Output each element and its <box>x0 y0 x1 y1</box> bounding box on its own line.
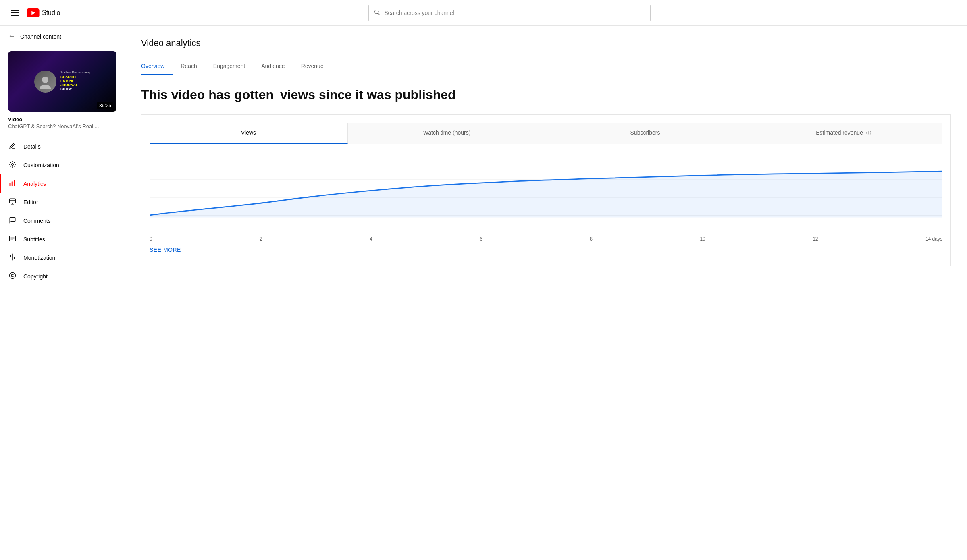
video-meta: Video ChatGPT & Search? NeevaAI's Real .… <box>0 112 125 134</box>
video-name-label: ChatGPT & Search? NeevaAI's Real ... <box>8 123 116 129</box>
sidebar-item-comments[interactable]: Comments <box>0 212 125 230</box>
x-label-14: 14 days <box>925 236 942 242</box>
svg-rect-10 <box>10 199 16 203</box>
tab-audience[interactable]: Audience <box>253 58 293 75</box>
sidebar-item-copyright[interactable]: Copyright <box>0 267 125 286</box>
x-label-6: 6 <box>480 236 482 242</box>
monetization-icon <box>8 253 17 262</box>
customization-label: Customization <box>23 162 59 168</box>
sidebar-nav: Details Customization An <box>0 134 125 289</box>
sidebar: ← Channel content Sridhar Ramaswamy SEAR… <box>0 26 125 560</box>
search-bar[interactable] <box>368 5 651 21</box>
video-duration-badge: 39:25 <box>97 102 113 109</box>
back-label: Channel content <box>20 33 61 40</box>
channel-art-text: Sridhar Ramaswamy SEARCH ENGINE JOURNAL … <box>60 71 90 91</box>
headline-part1: This video has gotten <box>141 87 274 102</box>
details-label: Details <box>23 143 41 150</box>
details-icon <box>8 142 17 151</box>
video-type-label: Video <box>8 116 116 122</box>
svg-point-4 <box>42 77 48 83</box>
search-input[interactable] <box>384 10 645 16</box>
analytics-tabs: Overview Reach Engagement Audience Reven… <box>141 58 951 75</box>
svg-rect-9 <box>14 180 15 186</box>
tab-revenue[interactable]: Revenue <box>293 58 332 75</box>
metric-tabs: Views Watch time (hours) Subscribers Est… <box>150 123 942 144</box>
metric-tab-views[interactable]: Views <box>150 123 348 144</box>
svg-rect-8 <box>12 181 13 186</box>
main-layout: ← Channel content Sridhar Ramaswamy SEAR… <box>0 26 967 560</box>
sidebar-item-analytics[interactable]: Analytics <box>0 174 125 193</box>
svg-point-6 <box>12 164 14 166</box>
metric-tab-estimated-revenue[interactable]: Estimated revenue ⓘ <box>744 123 942 144</box>
sidebar-item-details[interactable]: Details <box>0 137 125 156</box>
x-label-0: 0 <box>150 236 152 242</box>
logo-area: Studio <box>27 8 60 17</box>
hamburger-button[interactable] <box>8 7 23 19</box>
page-title: Video analytics <box>141 38 951 48</box>
x-label-4: 4 <box>370 236 372 242</box>
svg-line-3 <box>378 13 380 15</box>
metric-tab-subscribers[interactable]: Subscribers <box>546 123 744 144</box>
copyright-label: Copyright <box>23 273 48 280</box>
studio-label: Studio <box>42 9 60 17</box>
svg-rect-14 <box>10 236 16 241</box>
sidebar-item-editor[interactable]: Editor <box>0 193 125 212</box>
back-arrow-icon: ← <box>8 32 15 41</box>
metric-tab-watch-time[interactable]: Watch time (hours) <box>348 123 546 144</box>
channel-art-wrapper: Sridhar Ramaswamy SEARCH ENGINE JOURNAL … <box>0 47 125 112</box>
x-label-12: 12 <box>813 236 818 242</box>
tab-reach[interactable]: Reach <box>173 58 205 75</box>
sidebar-item-subtitles[interactable]: Subtitles <box>0 230 125 249</box>
top-bar: Studio <box>0 0 967 26</box>
see-more-button[interactable]: SEE MORE <box>150 242 181 258</box>
analytics-icon <box>8 179 17 188</box>
svg-point-18 <box>10 273 16 279</box>
copyright-icon <box>8 272 17 281</box>
analytics-headline: This video has gotten views since it was… <box>141 87 951 102</box>
editor-icon <box>8 198 17 207</box>
tab-engagement[interactable]: Engagement <box>205 58 253 75</box>
back-to-channel-content[interactable]: ← Channel content <box>0 26 125 47</box>
comments-icon <box>8 216 17 225</box>
comments-label: Comments <box>23 218 51 224</box>
chart-container: Views Watch time (hours) Subscribers Est… <box>141 114 951 266</box>
subtitles-icon <box>8 235 17 244</box>
x-label-8: 8 <box>590 236 593 242</box>
channel-art: Sridhar Ramaswamy SEARCH ENGINE JOURNAL … <box>8 51 116 112</box>
editor-label: Editor <box>23 199 38 205</box>
chart-area <box>150 144 942 233</box>
youtube-logo-icon <box>27 8 40 17</box>
svg-point-2 <box>375 10 378 13</box>
chart-x-axis: 0 2 4 6 8 10 12 14 days <box>150 233 942 242</box>
analytics-label: Analytics <box>23 180 46 187</box>
avatar <box>34 71 56 93</box>
x-label-10: 10 <box>700 236 705 242</box>
info-icon: ⓘ <box>866 130 871 136</box>
tab-overview[interactable]: Overview <box>141 58 173 75</box>
monetization-label: Monetization <box>23 255 55 261</box>
customization-icon <box>8 161 17 170</box>
svg-rect-7 <box>10 183 11 186</box>
sidebar-item-customization[interactable]: Customization <box>0 156 125 174</box>
channel-art-content: Sridhar Ramaswamy SEARCH ENGINE JOURNAL … <box>30 66 94 97</box>
search-icon <box>374 9 380 17</box>
svg-point-5 <box>40 85 51 89</box>
x-label-2: 2 <box>260 236 262 242</box>
content-area: Video analytics Overview Reach Engagemen… <box>125 26 967 560</box>
headline-part2: views since it was published <box>280 87 456 102</box>
subtitles-label: Subtitles <box>23 236 45 243</box>
views-chart <box>150 144 942 233</box>
sidebar-item-monetization[interactable]: Monetization <box>0 249 125 267</box>
